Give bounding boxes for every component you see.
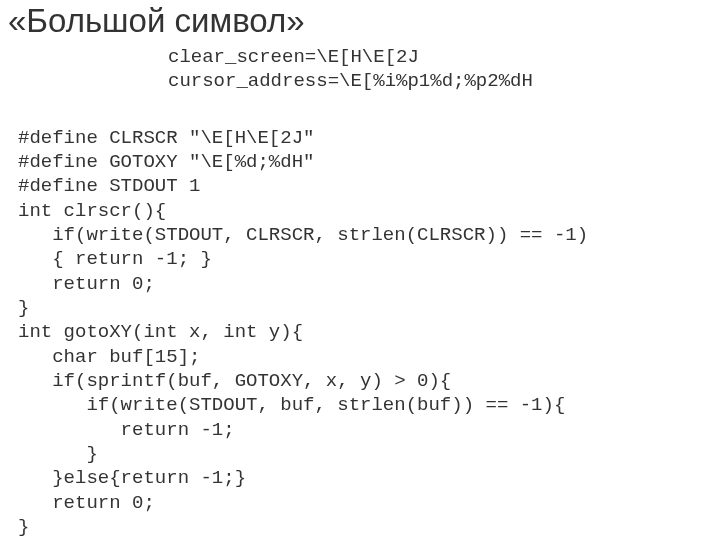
code-block: #define CLRSCR "\E[H\E[2J" #define GOTOX…	[0, 102, 720, 540]
code-line: return 0;	[18, 492, 155, 514]
code-line: char buf[15];	[18, 346, 200, 368]
code-line: int gotoXY(int x, int y){	[18, 321, 303, 343]
code-line: }	[18, 443, 98, 465]
code-line: #define STDOUT 1	[18, 175, 200, 197]
code-line: return 0;	[18, 273, 155, 295]
code-line: return -1;	[18, 419, 235, 441]
code-line: int clrscr(){	[18, 200, 166, 222]
code-line: if(sprintf(buf, GOTOXY, x, y) > 0){	[18, 370, 451, 392]
code-line: }	[18, 297, 29, 319]
code-line: }	[18, 516, 29, 538]
code-line: if(write(STDOUT, CLRSCR, strlen(CLRSCR))…	[18, 224, 588, 246]
slide-title: «Большой символ»	[0, 0, 720, 46]
terminfo-line-2: cursor_address=\E[%i%p1%d;%p2%dH	[168, 70, 720, 94]
code-line: if(write(STDOUT, buf, strlen(buf)) == -1…	[18, 394, 565, 416]
code-line: }else{return -1;}	[18, 467, 246, 489]
code-line: { return -1; }	[18, 248, 212, 270]
code-line: #define GOTOXY "\E[%d;%dH"	[18, 151, 314, 173]
terminfo-block: clear_screen=\E[H\E[2J cursor_address=\E…	[0, 46, 720, 94]
code-line: #define CLRSCR "\E[H\E[2J"	[18, 127, 314, 149]
terminfo-line-1: clear_screen=\E[H\E[2J	[168, 46, 720, 70]
